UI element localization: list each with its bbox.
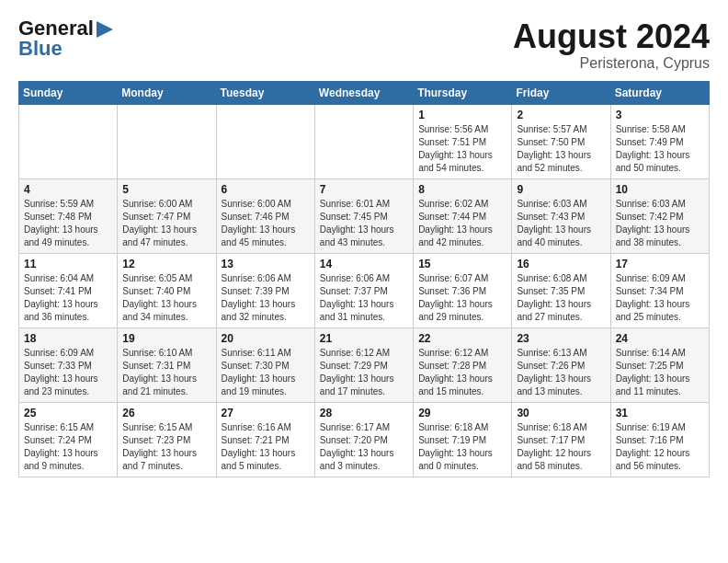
day-number: 25	[24, 407, 112, 419]
day-number: 1	[418, 109, 506, 121]
weekday-header-sunday: Sunday	[19, 81, 118, 104]
calendar-week-row: 18Sunrise: 6:09 AM Sunset: 7:33 PM Dayli…	[19, 327, 710, 402]
calendar-cell: 30Sunrise: 6:18 AM Sunset: 7:17 PM Dayli…	[512, 402, 610, 477]
day-number: 5	[122, 183, 210, 196]
day-number: 26	[122, 407, 210, 419]
day-number: 9	[517, 183, 605, 196]
day-number: 17	[616, 258, 704, 270]
day-number: 15	[418, 258, 506, 270]
day-info: Sunrise: 6:10 AM Sunset: 7:31 PM Dayligh…	[122, 347, 210, 398]
calendar-cell: 3Sunrise: 5:58 AM Sunset: 7:49 PM Daylig…	[610, 104, 709, 178]
calendar-cell: 27Sunrise: 6:16 AM Sunset: 7:21 PM Dayli…	[216, 402, 314, 477]
day-number: 12	[122, 258, 210, 270]
calendar-cell: 31Sunrise: 6:19 AM Sunset: 7:16 PM Dayli…	[610, 402, 709, 477]
day-info: Sunrise: 5:59 AM Sunset: 7:48 PM Dayligh…	[24, 198, 112, 249]
day-number: 16	[517, 258, 605, 270]
weekday-header-wednesday: Wednesday	[314, 81, 413, 104]
calendar-cell: 15Sunrise: 6:07 AM Sunset: 7:36 PM Dayli…	[414, 253, 512, 327]
day-info: Sunrise: 6:15 AM Sunset: 7:24 PM Dayligh…	[24, 421, 112, 473]
day-number: 23	[517, 332, 605, 345]
title-block: August 2024 Peristerona, Cyprus	[513, 18, 710, 72]
calendar-cell	[314, 104, 413, 178]
calendar-cell: 5Sunrise: 6:00 AM Sunset: 7:47 PM Daylig…	[118, 178, 216, 253]
day-info: Sunrise: 6:11 AM Sunset: 7:30 PM Dayligh…	[222, 347, 310, 398]
month-title: August 2024	[513, 18, 710, 55]
calendar-cell: 28Sunrise: 6:17 AM Sunset: 7:20 PM Dayli…	[314, 402, 413, 477]
calendar-week-row: 1Sunrise: 5:56 AM Sunset: 7:51 PM Daylig…	[19, 104, 710, 178]
day-number: 18	[24, 332, 112, 345]
day-info: Sunrise: 6:16 AM Sunset: 7:21 PM Dayligh…	[222, 421, 310, 473]
day-info: Sunrise: 6:14 AM Sunset: 7:25 PM Dayligh…	[616, 347, 704, 398]
day-number: 6	[222, 183, 310, 196]
day-info: Sunrise: 6:19 AM Sunset: 7:16 PM Dayligh…	[616, 421, 704, 473]
calendar-cell: 1Sunrise: 5:56 AM Sunset: 7:51 PM Daylig…	[414, 104, 512, 178]
calendar-cell: 24Sunrise: 6:14 AM Sunset: 7:25 PM Dayli…	[610, 327, 709, 402]
day-info: Sunrise: 6:13 AM Sunset: 7:26 PM Dayligh…	[517, 347, 605, 398]
day-info: Sunrise: 6:02 AM Sunset: 7:44 PM Dayligh…	[418, 198, 506, 249]
calendar-cell	[19, 104, 118, 178]
day-number: 28	[320, 407, 408, 419]
day-number: 22	[418, 332, 506, 345]
day-info: Sunrise: 6:01 AM Sunset: 7:45 PM Dayligh…	[320, 198, 408, 249]
day-info: Sunrise: 6:05 AM Sunset: 7:40 PM Dayligh…	[122, 272, 210, 324]
day-info: Sunrise: 5:58 AM Sunset: 7:49 PM Dayligh…	[616, 123, 704, 175]
weekday-header-tuesday: Tuesday	[216, 81, 314, 104]
day-number: 20	[222, 332, 310, 345]
day-number: 2	[517, 109, 605, 121]
calendar-week-row: 11Sunrise: 6:04 AM Sunset: 7:41 PM Dayli…	[19, 253, 710, 327]
calendar-cell: 7Sunrise: 6:01 AM Sunset: 7:45 PM Daylig…	[314, 178, 413, 253]
day-number: 14	[320, 258, 408, 270]
day-info: Sunrise: 6:17 AM Sunset: 7:20 PM Dayligh…	[320, 421, 408, 473]
weekday-header-friday: Friday	[512, 81, 610, 104]
calendar-header-row: SundayMondayTuesdayWednesdayThursdayFrid…	[19, 81, 710, 104]
page-header: General Blue August 2024 Peristerona, Cy…	[18, 18, 710, 72]
weekday-header-saturday: Saturday	[610, 81, 709, 104]
day-number: 31	[616, 407, 704, 419]
day-number: 29	[418, 407, 506, 419]
day-info: Sunrise: 6:08 AM Sunset: 7:35 PM Dayligh…	[517, 272, 605, 324]
calendar-cell	[118, 104, 216, 178]
logo-arrow-icon	[97, 21, 113, 38]
day-info: Sunrise: 5:57 AM Sunset: 7:50 PM Dayligh…	[517, 123, 605, 175]
day-info: Sunrise: 6:15 AM Sunset: 7:23 PM Dayligh…	[122, 421, 210, 473]
day-info: Sunrise: 6:00 AM Sunset: 7:47 PM Dayligh…	[122, 198, 210, 249]
day-info: Sunrise: 6:09 AM Sunset: 7:33 PM Dayligh…	[24, 347, 112, 398]
calendar-cell: 22Sunrise: 6:12 AM Sunset: 7:28 PM Dayli…	[414, 327, 512, 402]
day-info: Sunrise: 6:00 AM Sunset: 7:46 PM Dayligh…	[222, 198, 310, 249]
day-number: 11	[24, 258, 112, 270]
day-info: Sunrise: 6:18 AM Sunset: 7:19 PM Dayligh…	[418, 421, 506, 473]
day-number: 19	[122, 332, 210, 345]
day-info: Sunrise: 6:06 AM Sunset: 7:37 PM Dayligh…	[320, 272, 408, 324]
day-number: 4	[24, 183, 112, 196]
day-number: 13	[222, 258, 310, 270]
logo-general-text: General	[18, 18, 94, 39]
calendar-cell: 8Sunrise: 6:02 AM Sunset: 7:44 PM Daylig…	[414, 178, 512, 253]
day-number: 30	[517, 407, 605, 419]
calendar-cell: 29Sunrise: 6:18 AM Sunset: 7:19 PM Dayli…	[414, 402, 512, 477]
calendar-cell: 16Sunrise: 6:08 AM Sunset: 7:35 PM Dayli…	[512, 253, 610, 327]
calendar-cell: 9Sunrise: 6:03 AM Sunset: 7:43 PM Daylig…	[512, 178, 610, 253]
calendar-cell: 17Sunrise: 6:09 AM Sunset: 7:34 PM Dayli…	[610, 253, 709, 327]
calendar-cell: 23Sunrise: 6:13 AM Sunset: 7:26 PM Dayli…	[512, 327, 610, 402]
day-info: Sunrise: 6:06 AM Sunset: 7:39 PM Dayligh…	[222, 272, 310, 324]
calendar-cell: 4Sunrise: 5:59 AM Sunset: 7:48 PM Daylig…	[19, 178, 118, 253]
day-number: 3	[616, 109, 704, 121]
weekday-header-monday: Monday	[118, 81, 216, 104]
day-info: Sunrise: 6:12 AM Sunset: 7:29 PM Dayligh…	[320, 347, 408, 398]
day-number: 21	[320, 332, 408, 345]
calendar-cell: 18Sunrise: 6:09 AM Sunset: 7:33 PM Dayli…	[19, 327, 118, 402]
calendar-cell: 14Sunrise: 6:06 AM Sunset: 7:37 PM Dayli…	[314, 253, 413, 327]
calendar-cell: 21Sunrise: 6:12 AM Sunset: 7:29 PM Dayli…	[314, 327, 413, 402]
day-number: 10	[616, 183, 704, 196]
calendar-cell: 11Sunrise: 6:04 AM Sunset: 7:41 PM Dayli…	[19, 253, 118, 327]
location-subtitle: Peristerona, Cyprus	[513, 55, 710, 72]
day-info: Sunrise: 6:03 AM Sunset: 7:42 PM Dayligh…	[616, 198, 704, 249]
calendar-cell: 20Sunrise: 6:11 AM Sunset: 7:30 PM Dayli…	[216, 327, 314, 402]
day-number: 27	[222, 407, 310, 419]
calendar-cell	[216, 104, 314, 178]
day-info: Sunrise: 6:09 AM Sunset: 7:34 PM Dayligh…	[616, 272, 704, 324]
calendar-week-row: 4Sunrise: 5:59 AM Sunset: 7:48 PM Daylig…	[19, 178, 710, 253]
calendar-cell: 19Sunrise: 6:10 AM Sunset: 7:31 PM Dayli…	[118, 327, 216, 402]
calendar-cell: 13Sunrise: 6:06 AM Sunset: 7:39 PM Dayli…	[216, 253, 314, 327]
calendar-table: SundayMondayTuesdayWednesdayThursdayFrid…	[18, 81, 710, 477]
